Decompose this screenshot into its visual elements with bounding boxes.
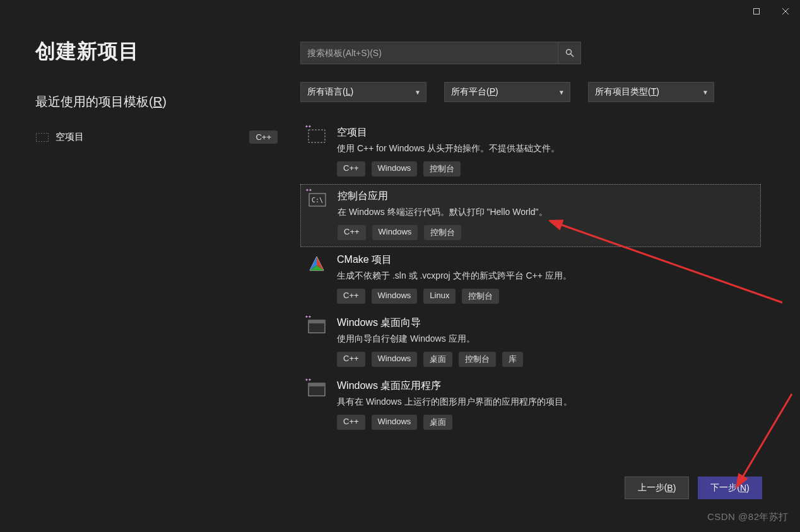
- template-tag: C++: [337, 161, 365, 176]
- desktop-wizard-icon: ✦✦: [307, 316, 327, 337]
- back-button[interactable]: 上一步(B): [625, 477, 689, 499]
- template-tag: 库: [502, 352, 523, 367]
- platform-dropdown[interactable]: 所有平台(P) ▼: [444, 82, 570, 102]
- dropdown-label: 所有语言(L): [307, 86, 415, 98]
- dropdown-label: 所有项目类型(T): [595, 86, 702, 98]
- svg-line-5: [571, 54, 574, 57]
- search-box[interactable]: [300, 42, 581, 64]
- empty-project-icon: ✦✦: [307, 126, 327, 146]
- template-description: 具有在 Windows 上运行的图形用户界面的应用程序的项目。: [337, 395, 755, 408]
- recent-item[interactable]: 空项目 C++: [35, 128, 300, 146]
- template-item[interactable]: CMake 项目生成不依赖于 .sln 或 .vcxproj 文件的新式跨平台 …: [300, 248, 761, 310]
- template-tag: Linux: [423, 289, 456, 304]
- template-tag: 控制台: [462, 289, 499, 304]
- left-panel: 创建新项目 最近使用的项目模板(R) 空项目 C++: [35, 38, 300, 494]
- template-body: 控制台应用在 Windows 终端运行代码。默认打印 "Hello World"…: [338, 190, 754, 240]
- svg-rect-17: [309, 383, 325, 386]
- main-content: 创建新项目 最近使用的项目模板(R) 空项目 C++ 所有语言(L): [0, 23, 800, 494]
- template-item[interactable]: ✦✦空项目使用 C++ for Windows 从头开始操作。不提供基础文件。C…: [300, 121, 761, 183]
- template-tag: C++: [338, 225, 366, 240]
- template-tag: C++: [337, 289, 365, 304]
- search-icon: [565, 49, 574, 57]
- template-item[interactable]: ✦✦C:\控制台应用在 Windows 终端运行代码。默认打印 "Hello W…: [300, 184, 761, 247]
- close-button[interactable]: [771, 1, 800, 21]
- svg-point-4: [566, 50, 571, 55]
- template-tags: C++Windows桌面: [337, 415, 755, 430]
- search-button[interactable]: [558, 42, 580, 64]
- project-type-dropdown[interactable]: 所有项目类型(T) ▼: [588, 82, 714, 102]
- template-title: Windows 桌面向导: [337, 316, 755, 330]
- filter-row: 所有语言(L) ▼ 所有平台(P) ▼ 所有项目类型(T) ▼: [300, 82, 774, 102]
- template-tag: C++: [337, 352, 365, 367]
- recent-item-name: 空项目: [56, 131, 249, 143]
- dropdown-label: 所有平台(P): [451, 86, 558, 98]
- template-tag: Windows: [372, 415, 418, 430]
- template-tag: 控制台: [423, 161, 461, 176]
- chevron-down-icon: ▼: [558, 89, 565, 96]
- template-title: CMake 项目: [337, 253, 755, 267]
- empty-project-icon: [35, 132, 49, 142]
- template-tags: C++Windows控制台: [337, 161, 755, 176]
- footer-buttons: 上一步(B) 下一步(N): [625, 477, 762, 499]
- template-description: 生成不依赖于 .sln 或 .vcxproj 文件的新式跨平台 C++ 应用。: [337, 269, 755, 282]
- template-tag: 控制台: [459, 352, 496, 367]
- template-tag: Windows: [372, 225, 418, 240]
- template-tag: 桌面: [423, 352, 452, 367]
- recent-heading: 最近使用的项目模板(R): [35, 93, 300, 110]
- chevron-down-icon: ▼: [702, 89, 709, 96]
- svg-rect-3: [36, 133, 49, 142]
- page-title: 创建新项目: [35, 38, 300, 66]
- template-tags: C++Windows控制台: [338, 225, 754, 240]
- template-title: Windows 桌面应用程序: [337, 379, 755, 393]
- titlebar: [0, 0, 800, 23]
- template-tag: 控制台: [424, 225, 461, 240]
- template-description: 在 Windows 终端运行代码。默认打印 "Hello World"。: [338, 205, 754, 219]
- template-item[interactable]: ✦✦Windows 桌面向导使用向导自行创建 Windows 应用。C++Win…: [300, 311, 761, 373]
- svg-rect-15: [309, 320, 325, 323]
- template-tag: Windows: [372, 161, 418, 176]
- template-tag: C++: [337, 415, 365, 430]
- template-title: 控制台应用: [338, 190, 754, 203]
- console-app-icon: ✦✦C:\: [307, 190, 327, 210]
- search-input[interactable]: [301, 48, 558, 58]
- template-item[interactable]: ✦✦Windows 桌面应用程序具有在 Windows 上运行的图形用户界面的应…: [300, 374, 761, 436]
- template-description: 使用向导自行创建 Windows 应用。: [337, 332, 755, 345]
- template-body: Windows 桌面应用程序具有在 Windows 上运行的图形用户界面的应用程…: [337, 379, 755, 430]
- chevron-down-icon: ▼: [415, 89, 421, 96]
- template-list: ✦✦空项目使用 C++ for Windows 从头开始操作。不提供基础文件。C…: [300, 121, 774, 436]
- template-title: 空项目: [337, 126, 755, 139]
- template-body: Windows 桌面向导使用向导自行创建 Windows 应用。C++Windo…: [337, 316, 755, 367]
- desktop-app-icon: ✦✦: [307, 379, 327, 400]
- svg-text:C:\: C:\: [312, 197, 323, 204]
- cmake-icon: [307, 253, 327, 274]
- template-body: 空项目使用 C++ for Windows 从头开始操作。不提供基础文件。C++…: [337, 126, 755, 176]
- language-dropdown[interactable]: 所有语言(L) ▼: [300, 82, 426, 102]
- template-tag: Windows: [372, 352, 418, 367]
- template-tags: C++WindowsLinux控制台: [337, 289, 755, 304]
- maximize-button[interactable]: [742, 1, 771, 21]
- template-tag: Windows: [372, 289, 418, 304]
- template-body: CMake 项目生成不依赖于 .sln 或 .vcxproj 文件的新式跨平台 …: [337, 253, 755, 304]
- template-tags: C++Windows桌面控制台库: [337, 352, 755, 367]
- svg-rect-7: [309, 130, 325, 142]
- template-tag: 桌面: [423, 415, 452, 430]
- recent-item-tag: C++: [249, 130, 278, 144]
- template-description: 使用 C++ for Windows 从头开始操作。不提供基础文件。: [337, 142, 755, 155]
- next-button[interactable]: 下一步(N): [698, 477, 762, 499]
- watermark: CSDN @82年苏打: [707, 511, 789, 523]
- svg-rect-0: [754, 9, 760, 14]
- right-panel: 所有语言(L) ▼ 所有平台(P) ▼ 所有项目类型(T) ▼ ✦✦空项目使用 …: [300, 38, 774, 494]
